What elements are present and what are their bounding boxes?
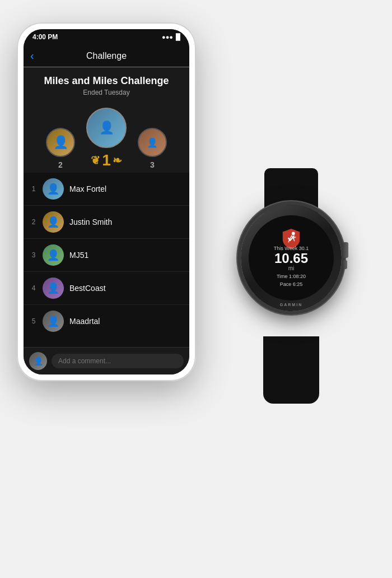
leader-avatar-2: 👤 bbox=[43, 211, 64, 233]
rank-badge-1st: ❦ 1 ❧ bbox=[91, 151, 122, 169]
watch-crown[interactable] bbox=[343, 242, 348, 258]
leader-item[interactable]: 1 👤 Max Fortel bbox=[24, 173, 189, 206]
podium: 👤 2 👤 ❦ 1 ❧ bbox=[24, 102, 189, 173]
status-bar: 4:00 PM ●●● ▉ bbox=[24, 29, 189, 45]
status-time: 4:00 PM bbox=[32, 33, 58, 41]
watch-data: This Week 30.1 10.65 mi Time 1:08:20 Pac… bbox=[249, 246, 334, 288]
svg-point-0 bbox=[292, 232, 295, 235]
podium-item-3rd: 👤 3 bbox=[138, 128, 167, 169]
garmin-brand: GARMIN bbox=[280, 303, 302, 307]
podium-avatar-2nd: 👤 bbox=[46, 128, 75, 157]
rank-badge-2nd: 2 bbox=[58, 160, 63, 169]
comment-input[interactable] bbox=[52, 354, 184, 368]
watch-screen: This Week 30.1 10.65 mi Time 1:08:20 Pac… bbox=[249, 215, 334, 300]
leader-rank: 3 bbox=[30, 251, 37, 259]
leader-item[interactable]: 3 👤 MJ51 bbox=[24, 239, 189, 272]
phone: 4:00 PM ●●● ▉ ‹ Challenge Miles and Mile… bbox=[17, 22, 196, 381]
status-icons: ●●● ▉ bbox=[162, 34, 180, 41]
watch-distance: 10.65 bbox=[254, 252, 328, 265]
leader-avatar-5: 👤 bbox=[43, 311, 64, 332]
comment-bar: 👤 bbox=[24, 347, 189, 374]
podium-avatar-3rd: 👤 bbox=[138, 128, 167, 157]
leader-rank: 4 bbox=[30, 284, 37, 292]
leader-name-4: BestCoast bbox=[69, 284, 106, 293]
leader-name-2: Justin Smith bbox=[69, 218, 112, 226]
leader-avatar-4: 👤 bbox=[43, 278, 64, 299]
laurel-right: ❧ bbox=[113, 154, 122, 167]
watch-band-bottom bbox=[263, 336, 319, 404]
leader-name-5: Maadrtal bbox=[69, 317, 100, 326]
leader-rank: 1 bbox=[30, 185, 37, 193]
screen-content: Miles and Miles Challenge Ended Tuesday … bbox=[24, 67, 189, 374]
watch-button-bottom[interactable] bbox=[343, 260, 347, 269]
back-button[interactable]: ‹ bbox=[30, 49, 34, 62]
watch-pace: Pace 6:25 bbox=[254, 281, 328, 289]
leader-name-1: Max Fortel bbox=[69, 184, 106, 193]
challenge-header: Miles and Miles Challenge Ended Tuesday bbox=[24, 67, 189, 102]
leader-rank: 5 bbox=[30, 317, 37, 325]
watch-unit: mi bbox=[254, 265, 328, 271]
leaderboard: 1 👤 Max Fortel 2 👤 Justin Smith bbox=[24, 173, 189, 347]
battery-icon: ▉ bbox=[176, 34, 180, 41]
leader-item[interactable]: 4 👤 BestCoast bbox=[24, 272, 189, 305]
podium-item-2nd: 👤 2 bbox=[46, 128, 75, 169]
watch: This Week 30.1 10.65 mi Time 1:08:20 Pac… bbox=[213, 168, 370, 404]
leader-item[interactable]: 5 👤 Maadrtal bbox=[24, 305, 189, 337]
comment-user-avatar: 👤 bbox=[29, 352, 47, 370]
leader-item[interactable]: 2 👤 Justin Smith bbox=[24, 206, 189, 239]
leader-avatar-1: 👤 bbox=[43, 178, 64, 200]
challenge-subtitle: Ended Tuesday bbox=[29, 89, 184, 96]
leader-rank: 2 bbox=[30, 218, 37, 226]
laurel-left: ❦ bbox=[91, 154, 100, 167]
leader-name-3: MJ51 bbox=[69, 251, 88, 260]
watch-case: This Week 30.1 10.65 mi Time 1:08:20 Pac… bbox=[241, 205, 342, 311]
watch-time: Time 1:08:20 bbox=[254, 273, 328, 281]
phone-screen: 4:00 PM ●●● ▉ ‹ Challenge Miles and Mile… bbox=[24, 29, 189, 374]
rank-badge-3rd: 3 bbox=[150, 160, 155, 169]
podium-avatar-1st: 👤 bbox=[86, 108, 127, 148]
signal-icon: ●●● bbox=[162, 34, 173, 40]
nav-title: Challenge bbox=[86, 51, 127, 61]
podium-item-1st: 👤 ❦ 1 ❧ bbox=[86, 108, 127, 169]
scene: 4:00 PM ●●● ▉ ‹ Challenge Miles and Mile… bbox=[0, 0, 392, 578]
nav-bar: ‹ Challenge bbox=[24, 45, 189, 67]
leader-avatar-3: 👤 bbox=[43, 244, 64, 266]
challenge-title: Miles and Miles Challenge bbox=[29, 75, 184, 87]
